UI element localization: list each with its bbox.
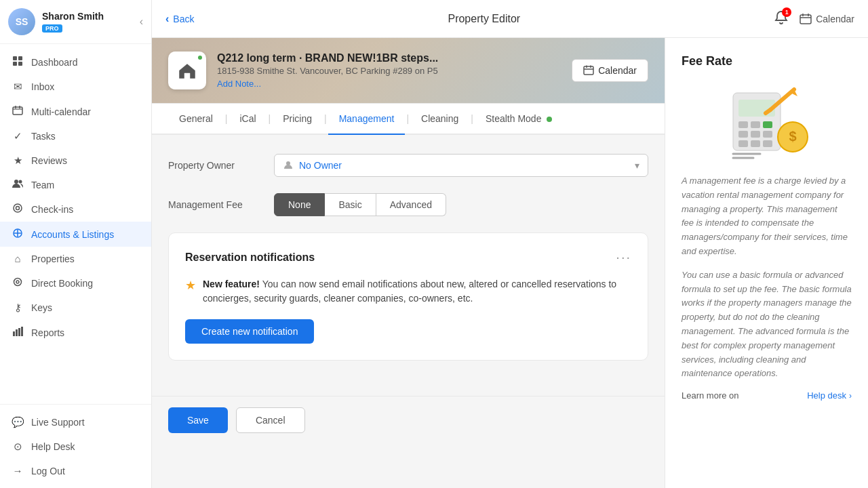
tab-ical[interactable]: iCal — [229, 104, 267, 135]
fee-none-button[interactable]: None — [274, 193, 325, 216]
sidebar-item-reviews[interactable]: ★ Reviews — [0, 148, 151, 173]
sidebar-item-live-support[interactable]: 💬 Live Support — [0, 410, 151, 434]
svg-rect-17 — [13, 331, 15, 336]
svg-rect-2 — [13, 62, 17, 66]
svg-text:$: $ — [789, 129, 796, 144]
svg-rect-35 — [738, 131, 748, 138]
properties-icon: ⌂ — [11, 253, 24, 264]
add-note-link[interactable]: Add Note... — [217, 79, 561, 89]
sidebar-item-reports[interactable]: Reports — [0, 320, 151, 345]
chevron-right-icon: › — [849, 391, 852, 401]
stealth-dot — [547, 117, 552, 122]
topbar-calendar-button[interactable]: Calendar — [800, 13, 854, 25]
tab-management[interactable]: Management — [328, 104, 406, 135]
fee-basic-button[interactable]: Basic — [325, 193, 376, 216]
learn-more-row: Learn more on Help desk › — [682, 390, 852, 401]
logout-icon: → — [11, 465, 24, 476]
keys-icon: ⚷ — [11, 302, 24, 314]
reviews-icon: ★ — [11, 155, 24, 167]
star-icon: ★ — [185, 278, 196, 293]
checkins-icon — [11, 203, 24, 216]
avatar: SS — [8, 8, 35, 35]
collapse-button[interactable]: ‹ — [140, 16, 143, 28]
topbar-calendar-label: Calendar — [816, 14, 854, 24]
fee-button-group: None Basic Advanced — [274, 193, 648, 216]
property-info: Q212 long term · BRAND NEW!1BR steps... … — [217, 52, 561, 89]
tab-pricing[interactable]: Pricing — [272, 104, 323, 135]
chevron-down-icon: ▾ — [635, 160, 639, 171]
tab-sep: | — [405, 113, 410, 124]
sidebar-header: SS Sharon Smith PRO ‹ — [0, 0, 151, 44]
notification-badge: 1 — [782, 7, 791, 17]
sidebar-label: Reports — [31, 327, 64, 338]
sidebar-item-keys[interactable]: ⚷ Keys — [0, 296, 151, 320]
header-content: Q212 long term · BRAND NEW!1BR steps... … — [152, 38, 665, 103]
notification-text: New feature! You can now send email noti… — [203, 277, 631, 306]
svg-rect-32 — [738, 121, 748, 128]
sidebar-item-tasks[interactable]: ✓ Tasks — [0, 124, 151, 148]
tab-general[interactable]: General — [168, 104, 224, 135]
svg-rect-20 — [21, 327, 23, 336]
notification-card: Reservation notifications ··· ★ New feat… — [168, 232, 648, 361]
sidebar-item-properties[interactable]: ⌂ Properties — [0, 247, 151, 270]
sidebar-item-check-ins[interactable]: Check-ins — [0, 197, 151, 222]
sidebar-item-inbox[interactable]: ✉ Inbox — [0, 75, 151, 99]
user-name: Sharon Smith — [42, 11, 133, 22]
fee-advanced-button[interactable]: Advanced — [376, 193, 446, 216]
topbar-right: 1 Calendar — [774, 10, 854, 27]
svg-point-8 — [14, 180, 18, 184]
svg-rect-37 — [763, 131, 772, 138]
help-desk-link[interactable]: Help desk › — [807, 390, 852, 401]
property-panel: Q212 long term · BRAND NEW!1BR steps... … — [152, 38, 665, 488]
sidebar-item-team[interactable]: Team — [0, 173, 151, 197]
topbar: ‹ Back Property Editor 1 Calendar — [152, 0, 868, 38]
sidebar-item-log-out[interactable]: → Log Out — [0, 459, 151, 483]
svg-rect-34 — [763, 121, 772, 128]
help-desk-icon: ⊙ — [11, 441, 24, 453]
back-chevron-icon: ‹ — [165, 13, 169, 25]
back-label: Back — [173, 14, 194, 24]
pro-badge: PRO — [42, 24, 62, 33]
sidebar-item-direct-booking[interactable]: Direct Booking — [0, 270, 151, 296]
property-owner-label: Property Owner — [168, 160, 263, 171]
owner-select[interactable]: No Owner ▾ — [274, 154, 648, 177]
sidebar-item-help-desk[interactable]: ⊙ Help Desk — [0, 434, 151, 459]
create-notification-button[interactable]: Create new notification — [185, 319, 314, 344]
accounts-icon — [11, 228, 24, 241]
notification-menu-icon[interactable]: ··· — [616, 249, 631, 265]
tab-stealth-mode[interactable]: Stealth Mode — [475, 104, 563, 135]
bell-button[interactable]: 1 — [774, 10, 789, 27]
sidebar-label: Team — [31, 180, 54, 190]
action-bar: Save Cancel — [152, 396, 665, 444]
management-fee-row: Management Fee None Basic Advanced — [168, 193, 648, 216]
back-button[interactable]: ‹ Back — [165, 13, 194, 25]
svg-rect-19 — [18, 328, 20, 336]
sidebar-label: Help Desk — [31, 441, 75, 452]
sidebar-item-multi-calendar[interactable]: Multi-calendar — [0, 99, 151, 124]
cancel-button[interactable]: Cancel — [236, 407, 305, 433]
property-calendar-button[interactable]: Calendar — [572, 59, 648, 82]
sidebar: SS Sharon Smith PRO ‹ Dashboard ✉ Inbox … — [0, 0, 152, 488]
sidebar-item-dashboard[interactable]: Dashboard — [0, 49, 151, 75]
tab-sep: | — [323, 113, 328, 124]
calendar-btn-label: Calendar — [598, 65, 637, 76]
svg-rect-0 — [13, 56, 17, 60]
notification-card-header: Reservation notifications ··· — [185, 249, 631, 265]
sidebar-nav: Dashboard ✉ Inbox Multi-calendar ✓ Tasks… — [0, 44, 151, 404]
right-panel: Fee Rate — [665, 38, 868, 488]
sidebar-label: Keys — [31, 302, 52, 313]
svg-point-10 — [14, 204, 22, 212]
save-button[interactable]: Save — [168, 407, 228, 433]
learn-more-label: Learn more on — [682, 390, 739, 401]
svg-rect-18 — [16, 329, 18, 336]
sidebar-label: Direct Booking — [31, 278, 93, 289]
sidebar-bottom: 💬 Live Support ⊙ Help Desk → Log Out — [0, 404, 151, 488]
tab-cleaning[interactable]: Cleaning — [410, 104, 469, 135]
sidebar-item-accounts-listings[interactable]: Accounts & Listings — [0, 222, 151, 247]
notification-card-title: Reservation notifications — [185, 251, 315, 264]
page-title: Property Editor — [194, 13, 774, 25]
help-desk-label: Help desk — [807, 390, 846, 401]
sidebar-label: Accounts & Listings — [31, 229, 114, 240]
property-title: Q212 long term · BRAND NEW!1BR steps... — [217, 52, 561, 64]
svg-rect-4 — [13, 107, 22, 115]
